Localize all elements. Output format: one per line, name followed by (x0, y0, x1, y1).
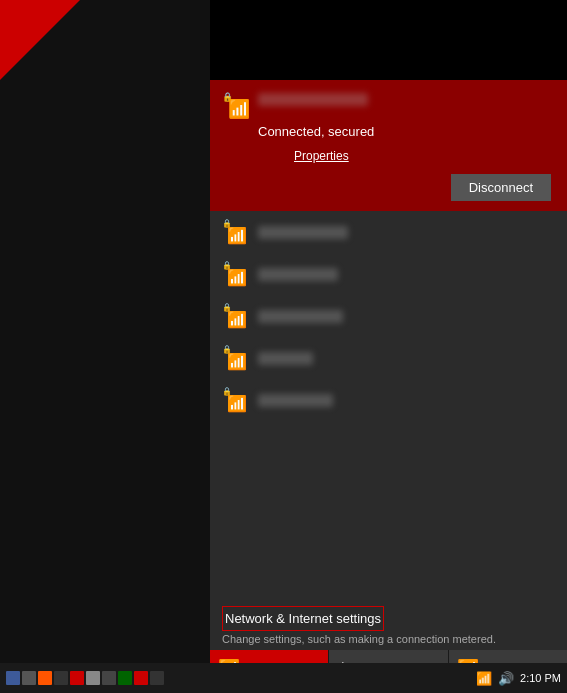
taskbar-color-1 (6, 671, 20, 685)
connected-network-info (258, 90, 555, 108)
settings-section: Network & Internet settings Change setti… (210, 600, 567, 651)
wifi-icon-3: 📶 (227, 310, 247, 329)
taskbar-left (6, 671, 164, 685)
wifi-icon-2: 📶 (227, 268, 247, 287)
background-left (0, 0, 210, 693)
network-item-icon-3: 🔒 📶 (222, 303, 248, 329)
taskbar-color-4 (54, 671, 68, 685)
taskbar-color-2 (22, 671, 36, 685)
wifi-icon-4: 📶 (227, 352, 247, 371)
triangle-decoration (0, 0, 80, 80)
taskbar-color-6 (86, 671, 100, 685)
wifi-icon-1: 📶 (227, 226, 247, 245)
taskbar-color-7 (102, 671, 116, 685)
connected-network-section: 🔒 📶 Connected, secured Properties Discon… (210, 80, 567, 211)
settings-description: Change settings, such as making a connec… (222, 633, 555, 645)
network-item[interactable]: 🔒 📶 (210, 295, 567, 337)
taskbar-speaker-icon[interactable]: 🔊 (498, 671, 514, 686)
network-item-icon-4: 🔒 📶 (222, 345, 248, 371)
wifi-icon-5: 📶 (227, 394, 247, 413)
network-item-icon-2: 🔒 📶 (222, 261, 248, 287)
connected-network-row: 🔒 📶 (222, 90, 555, 120)
taskbar-color-9 (134, 671, 148, 685)
network-name-4 (258, 352, 313, 365)
disconnect-button[interactable]: Disconnect (451, 174, 551, 201)
network-item[interactable]: 🔒 📶 (210, 211, 567, 253)
wifi-signal-icon: 📶 (228, 98, 250, 120)
taskbar-color-5 (70, 671, 84, 685)
taskbar-network-icon[interactable]: 📶 (476, 671, 492, 686)
network-panel: 🔒 📶 Connected, secured Properties Discon… (210, 80, 567, 600)
network-item-icon-1: 🔒 📶 (222, 219, 248, 245)
connected-status-text: Connected, secured (258, 124, 555, 139)
taskbar-right: 📶 🔊 2:10 PM (476, 671, 561, 686)
network-item-icon-5: 🔒 📶 (222, 387, 248, 413)
network-item[interactable]: 🔒 📶 (210, 379, 567, 421)
network-name-2 (258, 268, 338, 281)
disconnect-btn-row: Disconnect (222, 174, 555, 201)
network-item[interactable]: 🔒 📶 (210, 337, 567, 379)
network-settings-link[interactable]: Network & Internet settings (222, 606, 384, 631)
connected-network-name (258, 93, 368, 106)
taskbar: 📶 🔊 2:10 PM (0, 663, 567, 693)
network-name-3 (258, 310, 343, 323)
taskbar-color-10 (150, 671, 164, 685)
other-networks-list: 🔒 📶 🔒 📶 🔒 📶 🔒 📶 (210, 211, 567, 600)
taskbar-time: 2:10 PM (520, 672, 561, 684)
properties-link[interactable]: Properties (294, 149, 349, 163)
taskbar-color-8 (118, 671, 132, 685)
taskbar-color-3 (38, 671, 52, 685)
network-item[interactable]: 🔒 📶 (210, 253, 567, 295)
network-name-5 (258, 394, 333, 407)
connected-wifi-icon: 🔒 📶 (222, 92, 250, 120)
network-name-1 (258, 226, 348, 239)
